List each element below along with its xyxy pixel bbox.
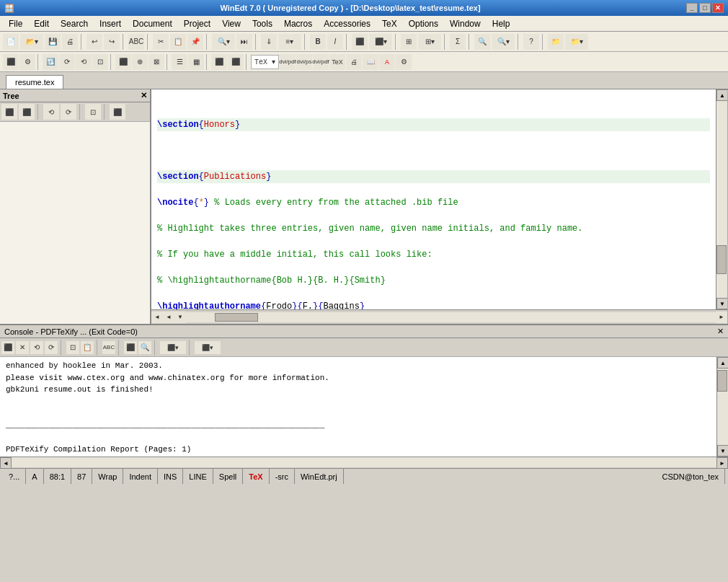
tb2-settings[interactable]: ⚙ xyxy=(396,54,412,70)
zoom-dropdown[interactable]: 🔍▾ xyxy=(492,34,515,50)
console-scroll-down[interactable]: ▼ xyxy=(717,445,728,457)
hscroll-thumb[interactable] xyxy=(215,313,258,322)
console-btn2[interactable]: ✕ xyxy=(16,341,29,354)
tree-content[interactable] xyxy=(0,122,150,324)
tree-btn2[interactable]: ⬛ xyxy=(19,104,35,120)
tb2-btn8[interactable]: ⊕ xyxy=(132,54,148,70)
undo-button[interactable]: ↩ xyxy=(86,34,102,50)
tb2-tex3[interactable]: 📖 xyxy=(363,54,378,70)
tb2-btn4[interactable]: ⟳ xyxy=(59,54,75,70)
console-btn9[interactable]: 🔍 xyxy=(138,341,151,354)
tb2-btn3[interactable]: 🔃 xyxy=(43,54,58,70)
tb2-btn13[interactable]: ⬛ xyxy=(228,54,244,70)
print-button[interactable]: 🖨 xyxy=(62,34,78,50)
tb2-btn6[interactable]: ⊡ xyxy=(92,54,108,70)
tree-btn6[interactable]: ⬛ xyxy=(110,104,125,120)
status-spell[interactable]: Spell xyxy=(213,469,243,484)
menu-edit[interactable]: Edit xyxy=(28,17,55,30)
editor-down-btn[interactable]: ▼ xyxy=(174,312,186,323)
maximize-button[interactable]: □ xyxy=(699,3,711,13)
console-scroll-up[interactable]: ▲ xyxy=(717,357,728,369)
tb2-tex2[interactable]: 🖨 xyxy=(346,54,362,70)
console-btn6[interactable]: 📋 xyxy=(81,341,94,354)
console-btn5[interactable]: ⊡ xyxy=(66,341,79,354)
console-btn8[interactable]: ⬛ xyxy=(124,341,137,354)
tb2-btn1[interactable]: ⬛ xyxy=(3,54,19,70)
tree-btn4[interactable]: ⟳ xyxy=(61,104,76,120)
tab-resume[interactable]: resume.tex xyxy=(6,75,63,89)
status-ins[interactable]: INS xyxy=(158,469,183,484)
menu-accessories[interactable]: Accessories xyxy=(318,17,376,30)
align-dropdown[interactable]: ⬛▾ xyxy=(369,34,392,50)
tb2-pdf2[interactable]: dvi/ps xyxy=(296,54,312,70)
tree-btn1[interactable]: ⬛ xyxy=(1,104,17,120)
find-dropdown[interactable]: 🔍▾ xyxy=(212,34,235,50)
console-btn4[interactable]: ⟳ xyxy=(45,341,58,354)
table-dropdown[interactable]: ⊞▾ xyxy=(418,34,441,50)
tree-close-icon[interactable]: ✕ xyxy=(141,91,147,100)
new-button[interactable]: 📄 xyxy=(3,34,19,50)
scroll-down-button[interactable]: ▼ xyxy=(716,298,727,309)
menu-tools[interactable]: Tools xyxy=(247,17,278,30)
copy-button[interactable]: 📋 xyxy=(170,34,186,50)
console-hscroll-left[interactable]: ◄ xyxy=(0,457,12,469)
status-indent[interactable]: Indent xyxy=(123,469,158,484)
console-scroll-thumb[interactable] xyxy=(717,370,727,392)
bold-button[interactable]: B xyxy=(310,34,326,50)
status-line[interactable]: LINE xyxy=(183,469,213,484)
menu-document[interactable]: Document xyxy=(127,17,178,30)
menu-tex[interactable]: TeX xyxy=(376,17,403,30)
tb2-tex1[interactable]: TeX xyxy=(329,54,345,70)
console-content[interactable]: enhanced by hooklee in Mar. 2003. please… xyxy=(0,357,716,457)
console-hscroll-right[interactable]: ► xyxy=(716,457,728,469)
wrap-button[interactable]: ⇓ xyxy=(261,34,277,50)
redo-button[interactable]: ↪ xyxy=(104,34,120,50)
folder-button[interactable]: 📁 xyxy=(548,34,564,50)
scroll-up-button[interactable]: ▲ xyxy=(716,89,727,101)
open-dropdown[interactable]: 📂▾ xyxy=(20,34,43,50)
table-button[interactable]: ⊞ xyxy=(401,34,417,50)
align-left[interactable]: ⬛ xyxy=(352,34,368,50)
console-dropdown2[interactable]: ⬛▾ xyxy=(195,341,221,354)
hscroll-right-btn[interactable]: ► xyxy=(716,312,727,323)
tb2-btn10[interactable]: ☰ xyxy=(172,54,187,70)
console-btn1[interactable]: ⬛ xyxy=(1,341,14,354)
console-btn3[interactable]: ⟲ xyxy=(30,341,43,354)
sum-button[interactable]: Σ xyxy=(450,34,466,50)
editor-scroll[interactable]: \section{Honors} \section{Publications} … xyxy=(151,89,716,309)
status-wrap[interactable]: Wrap xyxy=(92,469,123,484)
menu-search[interactable]: Search xyxy=(55,17,94,30)
help-button[interactable]: ? xyxy=(523,34,539,50)
menu-macros[interactable]: Macros xyxy=(278,17,318,30)
menu-view[interactable]: View xyxy=(216,17,247,30)
console-hscroll-track[interactable] xyxy=(12,457,716,467)
folder-dropdown[interactable]: 📁▾ xyxy=(565,34,588,50)
console-close-icon[interactable]: ✕ xyxy=(717,327,724,336)
save-button[interactable]: 💾 xyxy=(45,34,61,50)
tb2-btn9[interactable]: ⊠ xyxy=(148,54,164,70)
tree-btn3[interactable]: ⟲ xyxy=(43,104,59,120)
cut-button[interactable]: ✂ xyxy=(153,34,169,50)
tex-dropdown[interactable]: TeX ▾ xyxy=(251,55,279,69)
console-dropdown[interactable]: ⬛▾ xyxy=(160,341,186,354)
tb2-pdf3[interactable]: dvi/pdf xyxy=(313,54,329,70)
zoom-out[interactable]: 🔍 xyxy=(474,34,490,50)
tb2-btn2[interactable]: ⚙ xyxy=(19,54,35,70)
menu-project[interactable]: Project xyxy=(178,17,216,30)
tb2-btn12[interactable]: ⬛ xyxy=(211,54,227,70)
hscroll-left-btn[interactable]: ◄ xyxy=(151,312,163,323)
minimize-button[interactable]: _ xyxy=(686,3,698,13)
tb2-btn7[interactable]: ⬛ xyxy=(115,54,131,70)
tb2-acrobat[interactable]: A xyxy=(379,54,395,70)
paste-button[interactable]: 📌 xyxy=(187,34,203,50)
editor-vscroll[interactable]: ▲ ▼ xyxy=(716,89,727,309)
tb2-pdf1[interactable]: dvi/pdf xyxy=(280,54,296,70)
console-vscroll[interactable]: ▲ ▼ xyxy=(716,357,728,457)
spellcheck-button[interactable]: ABC xyxy=(128,34,144,50)
italic-button[interactable]: I xyxy=(327,34,343,50)
menu-help[interactable]: Help xyxy=(487,17,516,30)
status-tex[interactable]: TeX xyxy=(243,469,269,484)
console-btn7[interactable]: ABC xyxy=(102,341,115,354)
menu-options[interactable]: Options xyxy=(403,17,444,30)
menu-insert[interactable]: Insert xyxy=(94,17,127,30)
